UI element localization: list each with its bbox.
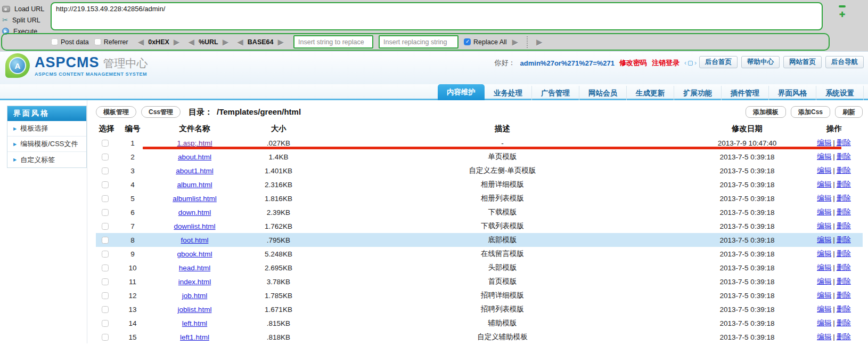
row-checkbox[interactable] [102, 334, 109, 341]
replace-from-input[interactable] [293, 35, 373, 49]
row-checkbox[interactable] [102, 140, 109, 147]
delete-link[interactable]: 删除 [837, 305, 851, 313]
delete-link[interactable]: 删除 [837, 291, 851, 299]
edit-link[interactable]: 编辑 [817, 208, 831, 216]
edit-link[interactable]: 编辑 [817, 194, 831, 202]
tab-6[interactable]: 扩展功能 [674, 86, 722, 100]
collapse-icon[interactable] [839, 5, 846, 7]
tab-9[interactable]: 系统设置 [816, 86, 864, 100]
file-link[interactable]: about.html [178, 153, 211, 161]
file-link[interactable]: gbook.html [177, 250, 212, 258]
quick-nav-button[interactable]: 网站首页 [783, 56, 822, 68]
row-checkbox[interactable] [102, 292, 109, 299]
row-checkbox[interactable] [102, 223, 109, 230]
quick-nav-button[interactable]: 后台首页 [699, 56, 738, 68]
replace-all-checkbox[interactable]: Replace All [464, 38, 507, 46]
file-link[interactable]: left.html [182, 319, 207, 327]
post-data-checkbox[interactable]: Post data [51, 38, 89, 46]
delete-link[interactable]: 删除 [837, 208, 851, 216]
tab-2[interactable]: 业务处理 [485, 86, 532, 100]
tab-7[interactable]: 插件管理 [722, 86, 769, 100]
file-link[interactable]: down.html [178, 208, 211, 216]
delete-link[interactable]: 删除 [837, 319, 851, 327]
file-link[interactable]: about1.html [176, 167, 214, 175]
file-link[interactable]: head.html [179, 264, 210, 272]
add-css-button[interactable]: 添加Css [791, 106, 830, 118]
file-link[interactable]: foot.html [181, 236, 209, 244]
row-checkbox[interactable] [102, 251, 109, 258]
row-checkbox[interactable] [102, 278, 109, 285]
delete-link[interactable]: 删除 [837, 333, 851, 341]
replace-to-input[interactable] [379, 35, 458, 49]
edit-link[interactable]: 编辑 [817, 305, 831, 313]
edit-link[interactable]: 编辑 [817, 319, 831, 327]
delete-link[interactable]: 删除 [837, 250, 851, 258]
edit-link[interactable]: 编辑 [817, 222, 831, 230]
referrer-checkbox[interactable]: Referrer [94, 38, 128, 46]
file-link[interactable]: joblist.html [178, 306, 212, 314]
tab-5[interactable]: 生成更新 [627, 86, 674, 100]
file-link[interactable]: index.html [178, 278, 211, 286]
file-link[interactable]: left1.html [180, 333, 209, 341]
decode-arrow-icon[interactable]: ◀ [237, 37, 243, 47]
sidebar-item[interactable]: ▶自定义标签 [7, 152, 86, 167]
replace-apply-arrow-icon[interactable]: ▶ [512, 37, 519, 47]
pager-box-icon[interactable] [688, 61, 693, 66]
row-checkbox[interactable] [102, 237, 109, 244]
decode-arrow-icon[interactable]: ◀ [188, 37, 194, 47]
referrer-checkbox-input[interactable] [94, 38, 101, 45]
row-checkbox[interactable] [102, 320, 109, 327]
edit-link[interactable]: 编辑 [817, 139, 831, 147]
delete-link[interactable]: 删除 [837, 139, 851, 147]
edit-link[interactable]: 编辑 [817, 250, 831, 258]
sidebar-item[interactable]: ▶编辑模板/CSS文件 [7, 137, 86, 152]
row-checkbox[interactable] [102, 306, 109, 313]
css-manage-button[interactable]: Css管理 [141, 106, 181, 118]
file-link[interactable]: album.html [177, 181, 212, 189]
load-url-button[interactable]: Load URL [2, 3, 51, 14]
delete-link[interactable]: 删除 [837, 236, 851, 244]
logout-link[interactable]: 注销登录 [652, 58, 679, 68]
url-input[interactable]: http://219.153.49.228:42856/admin/ [51, 2, 823, 30]
tab-8[interactable]: 界面风格 [769, 86, 816, 100]
sidebar-item[interactable]: ▶模板选择 [7, 121, 86, 137]
row-checkbox[interactable] [102, 154, 109, 161]
edit-link[interactable]: 编辑 [817, 277, 831, 285]
delete-link[interactable]: 删除 [837, 194, 851, 202]
delete-link[interactable]: 删除 [837, 263, 851, 271]
delete-link[interactable]: 删除 [837, 222, 851, 230]
row-checkbox[interactable] [102, 195, 109, 202]
row-checkbox[interactable] [102, 264, 109, 271]
pager-left-icon[interactable]: ‹ [684, 59, 686, 67]
edit-link[interactable]: 编辑 [817, 153, 831, 161]
change-password-link[interactable]: 修改密码 [619, 58, 647, 68]
edit-link[interactable]: 编辑 [817, 166, 831, 174]
encode-arrow-icon[interactable]: ▶ [223, 37, 229, 47]
file-link[interactable]: 1.asp;.html [177, 139, 212, 147]
file-link[interactable]: job.html [182, 292, 207, 300]
delete-link[interactable]: 删除 [837, 180, 851, 188]
add-template-button[interactable]: 添加模板 [746, 106, 786, 118]
tab-3[interactable]: 广告管理 [532, 86, 579, 100]
edit-link[interactable]: 编辑 [817, 291, 831, 299]
encode-arrow-icon[interactable]: ▶ [174, 37, 180, 47]
refresh-button[interactable]: 刷新 [835, 106, 863, 118]
edit-link[interactable]: 编辑 [817, 236, 831, 244]
row-checkbox[interactable] [102, 181, 109, 188]
quick-nav-button[interactable]: 后台导航 [825, 56, 864, 68]
delete-link[interactable]: 删除 [837, 277, 851, 285]
file-link[interactable]: downlist.html [174, 222, 215, 230]
post-data-checkbox-input[interactable] [51, 38, 58, 45]
delete-link[interactable]: 删除 [837, 166, 851, 174]
file-link[interactable]: albumlist.html [173, 195, 217, 203]
decode-arrow-icon[interactable]: ◀ [138, 37, 144, 47]
template-manage-button[interactable]: 模板管理 [96, 106, 136, 118]
expand-icon[interactable]: ✚ [839, 12, 846, 17]
split-url-button[interactable]: ✂ Split URL [2, 14, 51, 26]
tab-4[interactable]: 网站会员 [579, 86, 627, 100]
extra-arrow-icon[interactable]: ▶ [536, 37, 543, 47]
edit-link[interactable]: 编辑 [817, 263, 831, 271]
edit-link[interactable]: 编辑 [817, 180, 831, 188]
delete-link[interactable]: 删除 [837, 153, 851, 161]
edit-link[interactable]: 编辑 [817, 333, 831, 341]
